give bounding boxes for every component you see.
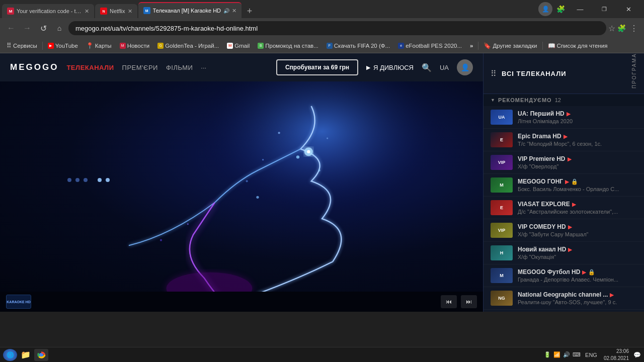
bookmark-separator-3 [542,42,543,50]
maximize-btn[interactable]: ❐ [593,1,616,17]
channel-item[interactable]: HНовий канал HD▶Х/ф "Окупація" [484,242,644,264]
bookmark-fifa[interactable]: F Скачать FIFA 20 (Ф... [323,42,393,50]
live-indicator: ▶ [568,224,572,230]
tab-2[interactable]: N Netflix ✕ [95,4,137,18]
taskbar-start[interactable]: 🌐 [3,349,17,361]
dot-1[interactable] [67,178,71,182]
bookmark-news[interactable]: M Новости [116,42,153,50]
channel-program: Літня Олімпіада 2020 [518,118,637,124]
section-header[interactable]: ▼ РЕКОМЕНДУЄМО 12 [484,94,644,106]
menu-btn[interactable]: ⋮ [628,24,640,33]
bookmark-reading[interactable]: 📖 Список для чтения [544,41,611,50]
tab-3-close[interactable]: ✕ [232,8,236,14]
channel-info: Новий канал HD▶Х/ф "Окупація" [518,246,637,260]
home-btn[interactable]: ⌂ [52,21,66,35]
lightning-effect [0,81,483,292]
channel-item[interactable]: VIPVIP Premiere HD▶Х/ф "Оверлорд" [484,151,644,174]
player-area[interactable]: MEGOGO ТЕЛЕКАНАЛИ ПРЕМ'ЄРИ ФІЛЬМИ ··· Сп… [0,53,483,312]
live-indicator: ▶ [568,156,572,162]
svg-point-12 [256,196,259,199]
bookmark-star[interactable]: ☆ [608,24,615,33]
back-btn[interactable]: ← [4,21,18,35]
taskbar-files[interactable]: 📁 [19,349,33,361]
channel-item[interactable]: EEpic Drama HD▶Т/с "Молодий Морс", 6 сез… [484,129,644,151]
bookmark-pes[interactable]: e eFootball PES 2020... [394,42,465,50]
channel-logo-player: KARAOKE HD [6,295,31,309]
nav-premery[interactable]: ПРЕМ'ЄРИ [122,64,158,71]
close-btn[interactable]: ✕ [617,1,640,17]
channel-item[interactable]: MMEGOGO ГОНГ▶🔒Бокс. Василь Ломаченко - О… [484,174,644,197]
prev-btn[interactable]: ⏮ [441,295,457,308]
bookmark-gmail[interactable]: M Gmail [223,42,253,50]
channel-item[interactable]: EVIASAT EXPLORE▶Д/с "Австралийские золот… [484,197,644,219]
channel-name: VIP COMEDY HD▶ [518,223,637,230]
nav-more-btn[interactable]: ··· [201,64,206,71]
bookmark-apps[interactable]: ⠿ Сервисы [3,41,41,50]
lock-icon: 🔒 [571,178,578,185]
channel-name: National Geographic channel ...▶ [518,291,637,298]
dot-5[interactable] [106,178,110,182]
channel-item[interactable]: PParamount Comedy [484,310,644,312]
channel-program: Гранада - Депортіво Алавес. Чемпіон... [518,277,637,283]
next-btn[interactable]: ⏭ [461,295,477,308]
tab-1-close[interactable]: ✕ [85,8,89,15]
user-avatar[interactable]: 👤 [457,59,473,75]
notification-icon[interactable]: 💬 [633,351,641,358]
megogo-logo[interactable]: MEGOGO [10,62,58,72]
forward-btn[interactable]: → [20,21,34,35]
svg-point-9 [160,239,162,241]
taskbar-lang[interactable]: ENG [583,352,599,358]
collapse-arrow[interactable]: ‹ [483,172,484,193]
channel-name: MEGOGO Футбол HD▶🔒 [518,268,637,276]
lang-btn[interactable]: UA [440,64,449,71]
tab-2-close[interactable]: ✕ [128,8,132,15]
sidebar-grid-icon[interactable]: ⠿ [491,69,497,78]
channel-name: Epic Drama HD▶ [518,133,637,140]
bookmark-more[interactable]: » [466,42,476,50]
taskbar-datetime: 23:06 02.08.2021 [602,348,631,362]
channel-program: Х/ф "Оверлорд" [518,163,637,169]
programa-label[interactable]: ПРОГРАМА [631,58,637,88]
search-btn[interactable]: 🔍 [422,63,432,72]
channel-item[interactable]: NGNational Geographic channel ...▶Реалит… [484,287,644,310]
dot-4[interactable] [98,178,102,182]
extensions-icon[interactable]: 🧩 [553,2,568,16]
profile-icon[interactable]: 👤 [538,2,552,16]
tab-add-btn[interactable]: + [243,4,257,18]
tray-icon-1[interactable]: 🔋 [544,351,551,358]
bookmark-youtube[interactable]: ▶ YouTube [44,42,82,50]
minimize-btn[interactable]: — [569,1,592,17]
svg-point-5 [327,137,328,139]
refresh-btn[interactable]: ↺ [36,21,50,35]
watching-button[interactable]: ▶ Я ДИВЛЮСЯ [366,64,414,71]
live-indicator: ▶ [567,111,571,117]
svg-point-6 [262,159,264,160]
dot-2[interactable] [75,178,79,182]
browser-chrome: M Your verification code - tsidbirzy... … [0,0,644,53]
bookmark-promo[interactable]: B Промокод на став... [254,42,322,50]
dot-3[interactable] [84,178,88,182]
nav-filmy[interactable]: ФІЛЬМИ [166,64,193,71]
taskbar-chrome[interactable] [34,349,48,361]
bookmark-others[interactable]: 🔖 Другие закладки [480,41,540,50]
svg-point-8 [187,223,189,225]
address-input[interactable] [68,21,606,35]
bookmark-goldentea[interactable]: G GoldenTea - Играй... [154,42,222,50]
channel-item[interactable]: UAUA: Перший HD▶Літня Олімпіада 2020 [484,106,644,129]
bookmark-maps[interactable]: 📍 Карты [83,41,115,50]
channel-item[interactable]: VIPVIP COMEDY HD▶Х/ф "Забути Сару Маршал… [484,219,644,242]
channel-item[interactable]: MMEGOGO Футбол HD▶🔒Гранада - Депортіво А… [484,264,644,287]
tab-3-active[interactable]: M Телеканал [M] Karaoke HD 🔊 ✕ [138,2,242,18]
nav-telekanaly[interactable]: ТЕЛЕКАНАЛИ [66,64,114,71]
try-button[interactable]: Спробувати за 69 грн [276,59,358,75]
extensions-toolbar[interactable]: 🧩 [617,24,626,32]
dot-spacer [92,178,94,182]
tab-1[interactable]: M Your verification code - tsidbirzy... … [2,4,94,18]
sidebar-title: ВСІ ТЕЛЕКАНАЛИ [502,70,626,77]
channel-thumb: VIP [491,223,513,238]
channel-thumb: M [491,177,513,193]
tray-icon-3[interactable]: 🔊 [563,351,570,358]
lock-icon: 🔒 [588,269,595,276]
tray-icon-2[interactable]: 📶 [553,351,560,358]
tray-icon-4[interactable]: ⌨ [573,351,581,358]
